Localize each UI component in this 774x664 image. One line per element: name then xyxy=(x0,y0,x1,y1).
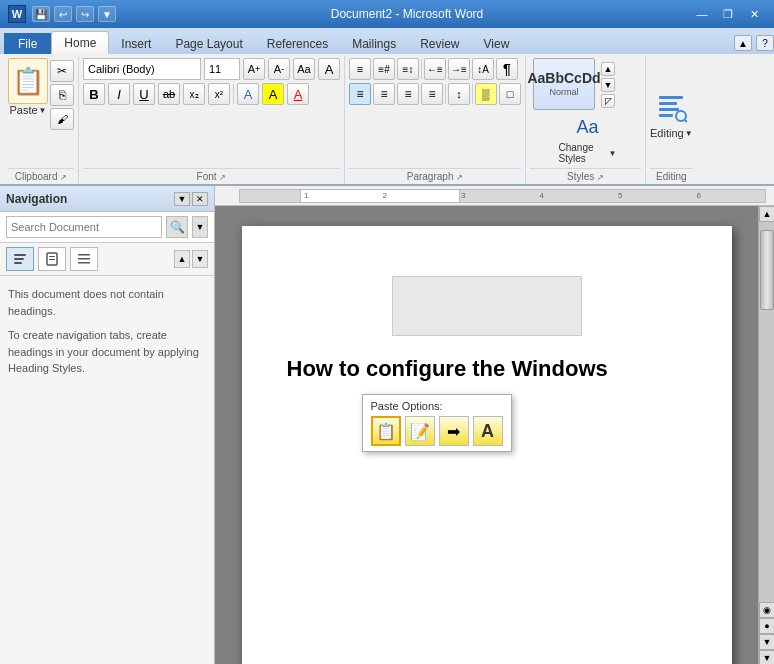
nav-tab-pages[interactable] xyxy=(38,247,66,271)
help-button[interactable]: ? xyxy=(756,35,774,51)
change-case-button[interactable]: Aa xyxy=(293,58,315,80)
separator2 xyxy=(421,59,422,79)
align-center-button[interactable]: ≡ xyxy=(373,83,395,105)
nav-empty-desc: To create navigation tabs, create headin… xyxy=(8,327,206,377)
tab-references[interactable]: References xyxy=(255,33,340,54)
font-size-select[interactable]: 11 xyxy=(204,58,240,80)
svg-rect-2 xyxy=(659,108,679,111)
paste-merge-format-button[interactable]: 📝 xyxy=(405,416,435,446)
scroll-thumb[interactable] xyxy=(760,230,774,310)
show-marks-button[interactable]: ¶ xyxy=(496,58,518,80)
font-expand-icon[interactable]: ↗ xyxy=(219,173,226,182)
copy-button[interactable]: ⎘ xyxy=(50,84,74,106)
prev-page-button[interactable]: ◉ xyxy=(759,602,774,618)
nav-tab-headings[interactable] xyxy=(6,247,34,271)
navigation-header-buttons: ▼ ✕ xyxy=(174,192,208,206)
paste-keep-text-button[interactable]: ➡ xyxy=(439,416,469,446)
vertical-scrollbar: ▲ ◉ ● ▼ ▼ xyxy=(758,206,774,664)
scroll-down-button[interactable]: ▼ xyxy=(759,650,774,664)
change-styles-button[interactable]: Aa Change Styles▼ xyxy=(559,112,617,164)
redo-button[interactable]: ↪ xyxy=(76,6,94,22)
tab-page-layout[interactable]: Page Layout xyxy=(163,33,254,54)
text-highlight-button[interactable]: A xyxy=(262,83,284,105)
ribbon-minimize-button[interactable]: ▲ xyxy=(734,35,752,51)
cut-button[interactable]: ✂ xyxy=(50,60,74,82)
nav-prev-button[interactable]: ▲ xyxy=(174,250,190,268)
shading-button[interactable]: ▒ xyxy=(475,83,497,105)
paragraph-expand-icon[interactable]: ↗ xyxy=(456,173,463,182)
styles-expand-icon[interactable]: ↗ xyxy=(597,173,604,182)
sort-button[interactable]: ↕A xyxy=(472,58,494,80)
editing-button[interactable]: Editing▼ xyxy=(650,89,693,139)
borders-button[interactable]: □ xyxy=(499,83,521,105)
search-button[interactable]: 🔍 xyxy=(166,216,188,238)
italic-button[interactable]: I xyxy=(108,83,130,105)
align-left-button[interactable]: ≡ xyxy=(349,83,371,105)
tab-file[interactable]: File xyxy=(4,33,51,54)
nav-close-button[interactable]: ✕ xyxy=(192,192,208,206)
tab-mailings[interactable]: Mailings xyxy=(340,33,408,54)
line-spacing-button[interactable]: ↕ xyxy=(448,83,470,105)
nav-tab-results[interactable] xyxy=(70,247,98,271)
tab-insert[interactable]: Insert xyxy=(109,33,163,54)
format-painter-button[interactable]: 🖌 xyxy=(50,108,74,130)
nav-next-button[interactable]: ▼ xyxy=(192,250,208,268)
restore-button[interactable]: ❐ xyxy=(716,5,740,23)
increase-indent-button[interactable]: →≡ xyxy=(448,58,470,80)
subscript-button[interactable]: x₂ xyxy=(183,83,205,105)
customize-qat-button[interactable]: ▼ xyxy=(98,6,116,22)
navigation-title: Navigation xyxy=(6,192,67,206)
editing-label: Editing▼ xyxy=(650,127,693,139)
paste-button[interactable]: 📋 Paste ▼ xyxy=(8,58,48,166)
ruler: 123456 xyxy=(215,186,774,206)
bullets-button[interactable]: ≡ xyxy=(349,58,371,80)
paste-dropdown-icon[interactable]: ▼ xyxy=(39,106,47,115)
navigation-header: Navigation ▼ ✕ xyxy=(0,186,214,212)
numbering-button[interactable]: ≡# xyxy=(373,58,395,80)
clipboard-expand-icon[interactable]: ↗ xyxy=(60,173,67,182)
font-name-select[interactable]: Calibri (Body) xyxy=(83,58,201,80)
clear-format-button[interactable]: A xyxy=(318,58,340,80)
quick-styles-button[interactable]: AaBbCcDd Normal xyxy=(530,58,598,110)
font-group-label: Font ↗ xyxy=(83,168,340,184)
align-right-button[interactable]: ≡ xyxy=(397,83,419,105)
text-effects-button[interactable]: A xyxy=(237,83,259,105)
tab-view[interactable]: View xyxy=(472,33,522,54)
svg-rect-11 xyxy=(49,259,55,260)
styles-scroll-up-button[interactable]: ▲ xyxy=(601,62,615,76)
justify-button[interactable]: ≡ xyxy=(421,83,443,105)
search-options-button[interactable]: ▼ xyxy=(192,216,208,238)
paste-options-popup: Paste Options: 📋 📝 ➡ A xyxy=(362,394,512,452)
save-button[interactable]: 💾 xyxy=(32,6,50,22)
tab-home[interactable]: Home xyxy=(51,31,109,54)
scroll-up-button[interactable]: ▲ xyxy=(759,206,774,222)
change-styles-dropdown[interactable]: ▼ xyxy=(609,149,617,158)
svg-line-5 xyxy=(685,120,688,123)
tab-review[interactable]: Review xyxy=(408,33,471,54)
navigation-content: This document does not contain headings.… xyxy=(0,276,214,664)
editing-dropdown-icon[interactable]: ▼ xyxy=(685,129,693,138)
nav-dropdown-button[interactable]: ▼ xyxy=(174,192,190,206)
minimize-button[interactable]: — xyxy=(690,5,714,23)
shrink-font-button[interactable]: A- xyxy=(268,58,290,80)
strikethrough-button[interactable]: ab xyxy=(158,83,180,105)
styles-more-button[interactable]: ◸ xyxy=(601,94,615,108)
decrease-indent-button[interactable]: ←≡ xyxy=(424,58,446,80)
styles-group-label: Styles ↗ xyxy=(530,168,641,184)
undo-button[interactable]: ↩ xyxy=(54,6,72,22)
paste-text-only-button[interactable]: A xyxy=(473,416,503,446)
select-browse-object-button[interactable]: ● xyxy=(759,618,774,634)
ribbon-tabs: File Home Insert Page Layout References … xyxy=(0,28,774,54)
underline-button[interactable]: U xyxy=(133,83,155,105)
close-button[interactable]: ✕ xyxy=(742,5,766,23)
multilevel-list-button[interactable]: ≡↕ xyxy=(397,58,419,80)
window-title: Document2 - Microsoft Word xyxy=(124,7,690,21)
search-input[interactable] xyxy=(6,216,162,238)
bold-button[interactable]: B xyxy=(83,83,105,105)
font-color-button[interactable]: A xyxy=(287,83,309,105)
grow-font-button[interactable]: A+ xyxy=(243,58,265,80)
superscript-button[interactable]: x² xyxy=(208,83,230,105)
styles-scroll-down-button[interactable]: ▼ xyxy=(601,78,615,92)
paste-keep-source-button[interactable]: 📋 xyxy=(371,416,401,446)
next-page-button[interactable]: ▼ xyxy=(759,634,774,650)
